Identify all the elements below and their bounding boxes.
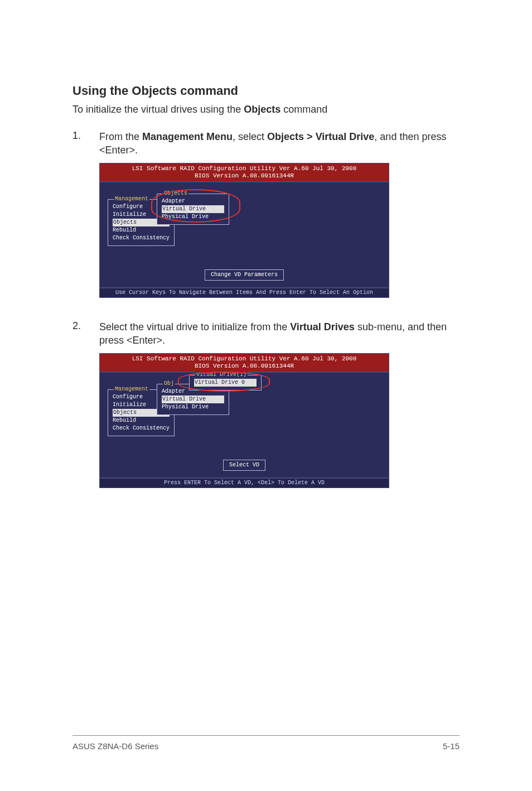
management-menu-legend: Management	[114, 386, 149, 393]
bios-title: LSI Software RAID Configuration Utility …	[99, 353, 389, 372]
management-menu-legend: Management	[114, 196, 149, 202]
menu-item-virtual-drive-0[interactable]: Virtual Drive 0	[194, 379, 257, 387]
menu-item-rebuild[interactable]: Rebuild	[113, 417, 170, 425]
footer-right: 5-15	[443, 741, 460, 751]
description-box: Change VD Parameters	[205, 269, 284, 281]
menu-item-check-consistency[interactable]: Check Consistency	[113, 425, 170, 432]
page-footer: ASUS Z8NA-D6 Series 5-15	[72, 735, 460, 751]
virtual-drives-legend: Vitual Drive(1)	[195, 372, 248, 378]
menu-item-rebuild[interactable]: Rebuild	[113, 226, 170, 234]
step-1: 1. From the Management Menu, select Obje…	[72, 130, 460, 157]
footer-left: ASUS Z8NA-D6 Series	[72, 741, 158, 751]
bios-screenshot-2: LSI Software RAID Configuration Utility …	[99, 353, 460, 488]
bios-title-line1: LSI Software RAID Configuration Utility …	[103, 355, 385, 363]
bios-title-line2: BIOS Version A.08.09161344R	[103, 172, 385, 180]
menu-item-check-consistency[interactable]: Check Consistency	[113, 234, 170, 242]
intro-text-post: command	[280, 104, 327, 115]
description-box: Select VD	[223, 460, 265, 471]
step-number: 2.	[72, 320, 99, 348]
step-body: Select the virtual drive to initialize f…	[99, 320, 460, 348]
step-body: From the Management Menu, select Objects…	[99, 130, 460, 157]
menu-item-physical-drive[interactable]: Physical Drive	[162, 403, 224, 411]
menu-item-virtual-drive[interactable]: Virtual Drive	[162, 396, 224, 403]
objects-menu-panel: Objects Adapter Virtual Drive Physical D…	[157, 194, 229, 225]
bios-title: LSI Software RAID Configuration Utility …	[99, 163, 389, 182]
objects-menu-legend: Objects	[163, 190, 188, 197]
intro-text-bold: Objects	[244, 104, 280, 115]
bios-footer-hint: Press ENTER To Select A VD, <Del> To Del…	[99, 478, 389, 488]
bios-title-line2: BIOS Version A.08.09161344R	[103, 363, 385, 370]
menu-item-adapter[interactable]: Adapter	[162, 197, 224, 205]
intro-paragraph: To initialize the virtual drives using t…	[72, 104, 460, 115]
menu-item-virtual-drive[interactable]: Virtual Drive	[162, 205, 224, 213]
bios-title-line1: LSI Software RAID Configuration Utility …	[103, 165, 385, 172]
virtual-drives-submenu: Vitual Drive(1) Virtual Drive 0	[189, 375, 262, 390]
step-number: 1.	[72, 130, 99, 157]
objects-menu-legend-short: Obj	[163, 380, 175, 387]
bios-footer-hint: Use Cursor Keys To Navigate Between Item…	[99, 288, 389, 298]
menu-item-physical-drive[interactable]: Physical Drive	[162, 213, 224, 221]
step-2: 2. Select the virtual drive to initializ…	[72, 320, 460, 348]
intro-text-pre: To initialize the virtual drives using t…	[72, 104, 244, 115]
section-heading: Using the Objects command	[72, 84, 460, 98]
bios-screenshot-1: LSI Software RAID Configuration Utility …	[99, 163, 460, 298]
